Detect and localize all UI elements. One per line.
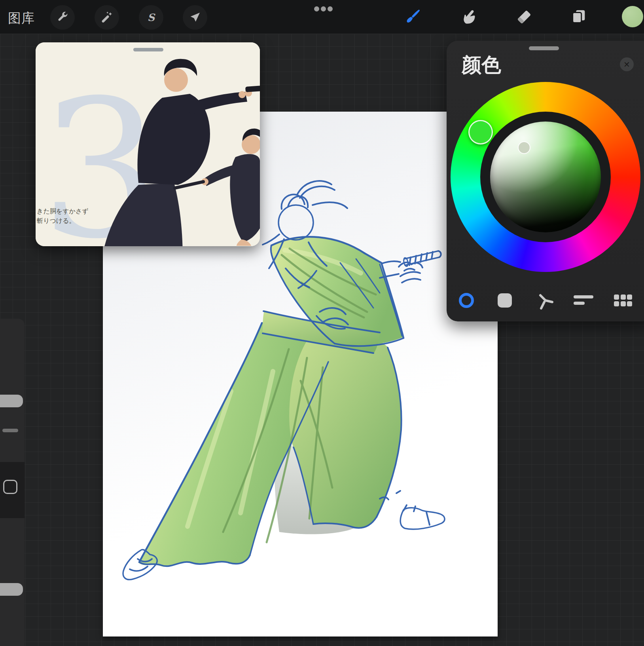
overflow-dots[interactable] [314, 6, 333, 11]
smudge-tool[interactable] [457, 5, 481, 28]
transform-button[interactable] [183, 5, 207, 30]
eraser-icon [515, 8, 533, 26]
brush-size-slider[interactable] [0, 319, 25, 462]
close-icon[interactable]: ✕ [620, 57, 634, 71]
classic-square-icon [498, 293, 512, 308]
actions-button[interactable] [50, 5, 75, 30]
saturation-brightness-disc[interactable] [490, 122, 601, 232]
eraser-tool[interactable] [512, 5, 536, 28]
slider-tick [2, 429, 18, 432]
color-panel: 颜色 ✕ [447, 41, 644, 321]
layers-button[interactable] [567, 5, 591, 28]
tab-palettes-mode[interactable] [612, 291, 634, 310]
value-lines-icon [574, 295, 593, 306]
wrench-icon [56, 11, 69, 24]
tab-value-mode[interactable] [572, 291, 595, 310]
color-wheel[interactable] [451, 82, 640, 272]
selection-button[interactable]: S [139, 5, 163, 30]
selection-s-icon: S [145, 11, 157, 24]
hue-knob[interactable] [468, 120, 493, 144]
brush-sidebar [0, 319, 25, 646]
layers-icon [570, 8, 588, 26]
brush-size-handle[interactable] [0, 395, 23, 407]
panel-drag-handle[interactable] [529, 46, 559, 50]
adjustments-button[interactable] [95, 5, 119, 30]
disc-ring-icon [459, 293, 474, 308]
sidebar-middle [0, 462, 25, 518]
color-panel-title: 颜色 [462, 52, 501, 78]
reference-caption-line1: きた胴をすかさず [37, 207, 89, 215]
opacity-handle[interactable] [0, 583, 23, 596]
transform-arrow-icon [189, 11, 201, 24]
procreate-app: 3 きた胴をすかさず 斬りつける。 [0, 0, 644, 646]
reference-drag-handle[interactable] [133, 48, 163, 51]
gallery-button[interactable]: 图库 [8, 10, 35, 27]
modify-button[interactable] [3, 480, 17, 494]
top-toolbar: 图库 S [0, 0, 644, 34]
reference-photo: 3 きた胴をすかさず 斬りつける。 [36, 42, 260, 246]
paintbrush-icon [403, 8, 422, 26]
tab-disc-mode[interactable] [455, 291, 477, 310]
smudge-finger-icon [460, 8, 478, 26]
reference-caption-line2: 斬りつける。 [37, 217, 76, 224]
color-swatch-button[interactable] [622, 6, 643, 27]
svg-text:S: S [148, 11, 156, 23]
tab-classic-mode[interactable] [494, 291, 516, 310]
tab-harmony-mode[interactable] [534, 291, 557, 310]
opacity-slider[interactable] [0, 518, 25, 646]
paint-tool[interactable] [401, 5, 424, 28]
palettes-grid-icon [614, 294, 632, 306]
harmony-icon [536, 291, 555, 310]
reference-image-panel[interactable]: 3 きた胴をすかさず 斬りつける。 [36, 42, 260, 246]
color-selector-knob[interactable] [518, 141, 530, 154]
magic-wand-icon [100, 11, 113, 24]
